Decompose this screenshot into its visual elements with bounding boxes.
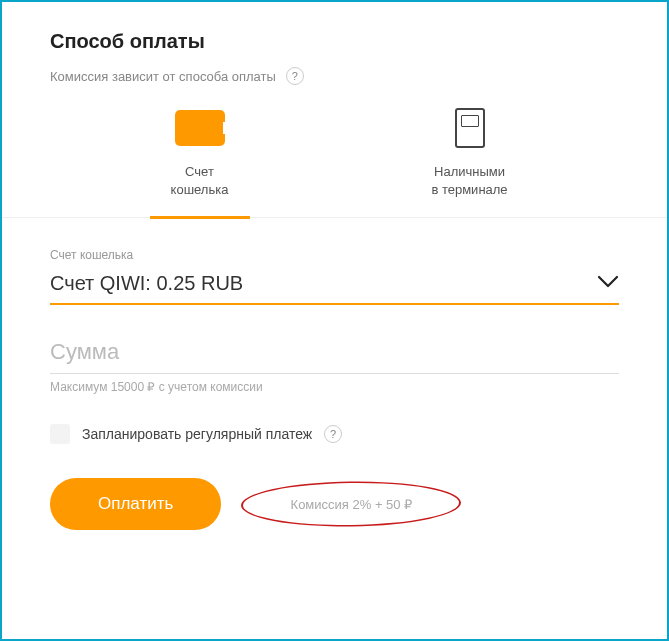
amount-input[interactable] [50,335,619,374]
method-cash-terminal[interactable]: Наличными в терминале [400,107,540,217]
commission-note: Комиссия зависит от способа оплаты [50,69,276,84]
action-row: Оплатить Комиссия 2% + 50 ₽ [50,474,619,534]
payment-methods: Счет кошелька Наличными в терминале [50,107,619,217]
commission-callout: Комиссия 2% + 50 ₽ [241,474,461,534]
chevron-down-icon [597,273,619,294]
schedule-row: Запланировать регулярный платеж ? [50,424,619,444]
method-wallet-label: Счет кошелька [171,163,229,199]
commission-text: Комиссия 2% + 50 ₽ [291,497,413,512]
terminal-icon [455,107,485,149]
amount-hint: Максимум 15000 ₽ с учетом комиссии [50,380,619,394]
schedule-label: Запланировать регулярный платеж [82,426,312,442]
amount-field: Максимум 15000 ₽ с учетом комиссии [50,335,619,394]
wallet-account-field: Счет кошелька Счет QIWI: 0.25 RUB [50,248,619,305]
help-icon[interactable]: ? [324,425,342,443]
wallet-account-label: Счет кошелька [50,248,619,262]
payment-form: Счет кошелька Счет QIWI: 0.25 RUB Максим… [2,218,667,534]
section-title: Способ оплаты [50,30,619,53]
help-icon[interactable]: ? [286,67,304,85]
wallet-icon [175,107,225,149]
wallet-account-value: Счет QIWI: 0.25 RUB [50,272,243,295]
payment-panel: Способ оплаты Комиссия зависит от способ… [0,0,669,641]
payment-method-section: Способ оплаты Комиссия зависит от способ… [2,2,667,217]
pay-button[interactable]: Оплатить [50,478,221,530]
commission-note-row: Комиссия зависит от способа оплаты ? [50,67,619,85]
method-cash-label: Наличными в терминале [431,163,507,199]
wallet-account-select[interactable]: Счет QIWI: 0.25 RUB [50,266,619,305]
method-wallet[interactable]: Счет кошелька [130,107,270,217]
schedule-checkbox[interactable] [50,424,70,444]
